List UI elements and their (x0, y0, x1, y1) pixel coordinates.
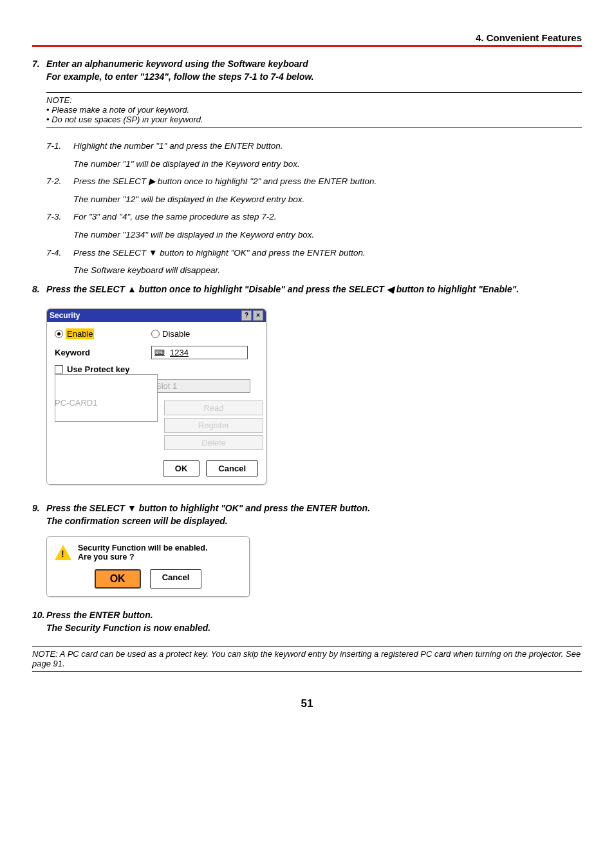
radio-enable-dot (55, 330, 63, 338)
radio-enable[interactable]: Enable (55, 328, 151, 339)
substep-74-text: Press the SELECT ▼ button to highlight "… (73, 248, 366, 258)
step-7-num: 7. (32, 59, 44, 69)
substep-73-result: The number "1234" will be displayed in t… (73, 228, 582, 242)
security-dialog: Security ? × Enable Disable Keyword (46, 308, 266, 485)
note-box: NOTE: • Please make a note of your keywo… (46, 92, 582, 127)
read-button: Read (164, 401, 263, 415)
warning-icon (55, 545, 71, 560)
step-7-line1: 7. Enter an alphanumeric keyword using t… (32, 59, 582, 69)
confirm-line2: Are you sure ? (78, 552, 207, 561)
close-icon[interactable]: × (253, 310, 263, 321)
step-9-text1: Press the SELECT ▼ button to highlight "… (46, 503, 370, 513)
section-header: 4. Convenient Features (32, 32, 582, 47)
step-9-num: 9. (32, 503, 44, 513)
help-icon[interactable]: ? (241, 310, 252, 321)
card-label: PC-CARD1 (55, 398, 151, 408)
step-10-num: 10. (32, 610, 44, 620)
substep-71-text: Highlight the number "1" and press the E… (73, 141, 283, 151)
confirm-cancel-button[interactable]: Cancel (150, 569, 202, 589)
step-10-text2: The Security Function is now enabled. (46, 623, 582, 633)
keyword-field[interactable]: ⌨ 1234 (151, 346, 248, 359)
dialog-title: Security (50, 311, 80, 320)
radio-disable-dot (151, 330, 160, 338)
substep-74-label: 7-4. (46, 246, 73, 260)
substep-71-label: 7-1. (46, 139, 73, 153)
drive-select: Slot 1 (151, 379, 250, 393)
keyboard-icon: ⌨ (154, 348, 165, 357)
step-8: 8. Press the SELECT ▲ button once to hig… (32, 284, 582, 294)
confirm-dialog: Security Function will be enabled. Are y… (46, 536, 250, 597)
substep-73-text: For "3" and "4", use the same procedure … (73, 212, 277, 222)
checkbox-icon (55, 365, 63, 373)
substep-71-result: The number "1" will be displayed in the … (73, 157, 582, 171)
step-7-line2: For example, to enter "1234", follow the… (46, 71, 582, 82)
use-protect-key-label: Use Protect key (67, 364, 130, 374)
substep-72-text: Press the SELECT ▶ button once to highli… (73, 176, 377, 186)
radio-disable-label: Disable (162, 329, 190, 339)
note-bullet-2: • Do not use spaces (SP) in your keyword… (46, 115, 582, 124)
register-button: Register (164, 418, 263, 433)
ok-button[interactable]: OK (163, 460, 200, 476)
radio-enable-label: Enable (66, 328, 94, 339)
step-9-text2: The confirmation screen will be displaye… (46, 516, 582, 526)
keyword-value: 1234 (170, 348, 189, 357)
substep-72-label: 7-2. (46, 175, 73, 189)
radio-disable[interactable]: Disable (151, 329, 248, 339)
step-10: 10. Press the ENTER button. (32, 610, 582, 620)
use-protect-key[interactable]: Use Protect key (55, 364, 258, 374)
titlebar: Security ? × (47, 309, 266, 322)
keyword-label: Keyword (55, 348, 151, 357)
substep-73-label: 7-3. (46, 210, 73, 224)
note-bullet-1: • Please make a note of your keyword. (46, 105, 582, 115)
step-8-num: 8. (32, 284, 44, 294)
substep-74-result: The Software keyboard will disappear. (73, 263, 582, 278)
confirm-line1: Security Function will be enabled. (78, 543, 207, 552)
substeps: 7-1.Highlight the number "1" and press t… (46, 139, 582, 278)
note-title: NOTE: (46, 95, 582, 105)
confirm-ok-button[interactable]: OK (95, 569, 141, 589)
page-number: 51 (32, 697, 582, 710)
step-7-text1: Enter an alphanumeric keyword using the … (46, 59, 308, 69)
step-9: 9. Press the SELECT ▼ button to highligh… (32, 503, 582, 513)
cancel-button[interactable]: Cancel (206, 460, 258, 476)
step-8-text: Press the SELECT ▲ button once to highli… (46, 284, 519, 294)
substep-72-result: The number "12" will be displayed in the… (73, 193, 582, 207)
bottom-note: NOTE: A PC card can be used as a protect… (32, 646, 582, 672)
delete-button: Delete (164, 435, 263, 450)
step-10-text1: Press the ENTER button. (46, 610, 153, 620)
